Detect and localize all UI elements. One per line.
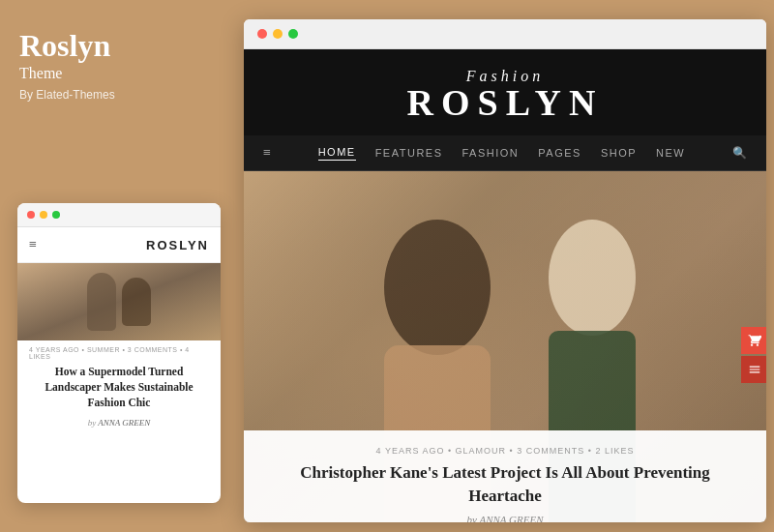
floating-cart bbox=[741, 327, 766, 383]
site-header: Fashion ROSLYN bbox=[244, 49, 766, 135]
nav-item-pages[interactable]: PAGES bbox=[538, 147, 581, 159]
person-silhouette-2 bbox=[122, 278, 151, 326]
article-overlay: 4 YEARS AGO • GLAMOUR • 3 COMMENTS • 2 L… bbox=[244, 430, 766, 522]
nav-search-icon[interactable]: 🔍 bbox=[732, 146, 747, 161]
mobile-image-inner bbox=[17, 263, 221, 340]
mobile-browser-bar bbox=[17, 203, 221, 227]
mobile-dot-green bbox=[52, 211, 60, 219]
nav-items: HOME FEATURES FASHION PAGES SHOP NEW bbox=[318, 146, 686, 161]
site-logo-roslyn: ROSLYN bbox=[244, 84, 766, 121]
byline-author: ANNA GREEN bbox=[479, 514, 543, 522]
browser-dot-yellow[interactable] bbox=[273, 29, 283, 39]
mobile-hamburger-icon[interactable]: ≡ bbox=[29, 237, 37, 252]
mobile-nav: ≡ ROSLYN bbox=[17, 227, 221, 263]
theme-author: By Elated-Themes bbox=[19, 88, 221, 102]
wishlist-icon bbox=[748, 363, 761, 376]
nav-item-new[interactable]: NEW bbox=[656, 147, 685, 159]
hero-image: 4 YEARS AGO • GLAMOUR • 3 COMMENTS • 2 L… bbox=[244, 171, 766, 522]
person-silhouette-1 bbox=[87, 273, 116, 331]
browser-dot-green[interactable] bbox=[288, 29, 298, 39]
nav-item-shop[interactable]: SHOP bbox=[601, 147, 637, 159]
mobile-byline-author: ANNA GREEN bbox=[98, 418, 150, 428]
site-content: 4 YEARS AGO • GLAMOUR • 3 COMMENTS • 2 L… bbox=[244, 171, 766, 522]
left-panel: Roslyn Theme By Elated-Themes ≡ ROSLYN 4… bbox=[0, 0, 240, 532]
mobile-byline-by: by bbox=[88, 418, 97, 428]
theme-name: Roslyn bbox=[19, 29, 221, 63]
nav-item-home[interactable]: HOME bbox=[318, 146, 356, 161]
mobile-logo: ROSLYN bbox=[146, 238, 209, 252]
mobile-article-meta: 4 YEARS AGO • SUMMER • 3 COMMENTS • 4 LI… bbox=[17, 340, 221, 362]
article-title: Christopher Kane's Latest Project Is All… bbox=[273, 461, 737, 508]
mobile-dot-yellow bbox=[40, 211, 47, 219]
article-byline: by ANNA GREEN bbox=[273, 514, 737, 522]
cart-icon bbox=[748, 334, 761, 347]
site-logo: Fashion ROSLYN bbox=[244, 69, 766, 121]
mobile-article-byline: by ANNA GREEN bbox=[17, 414, 221, 431]
nav-hamburger-icon[interactable]: ≡ bbox=[263, 145, 271, 161]
article-meta: 4 YEARS AGO • GLAMOUR • 3 COMMENTS • 2 L… bbox=[273, 446, 737, 456]
mobile-preview: ≡ ROSLYN 4 YEARS AGO • SUMMER • 3 COMMEN… bbox=[17, 203, 221, 503]
wishlist-icon-button[interactable] bbox=[741, 356, 766, 383]
browser-preview: Fashion ROSLYN ≡ HOME FEATURES FASHION P… bbox=[244, 19, 766, 522]
site-nav: ≡ HOME FEATURES FASHION PAGES SHOP NEW 🔍 bbox=[244, 135, 766, 171]
mobile-dot-red bbox=[27, 211, 35, 219]
nav-item-features[interactable]: FEATURES bbox=[375, 147, 443, 159]
browser-bar bbox=[244, 19, 766, 49]
cart-icon-button[interactable] bbox=[741, 327, 766, 354]
mobile-article-title: How a Supermodel Turned Landscaper Makes… bbox=[17, 362, 221, 414]
mobile-article-image bbox=[17, 263, 221, 340]
nav-item-fashion[interactable]: FASHION bbox=[462, 147, 520, 159]
byline-by-text: by bbox=[466, 514, 476, 522]
theme-subtitle: Theme bbox=[19, 65, 221, 82]
browser-dot-red[interactable] bbox=[257, 29, 267, 39]
